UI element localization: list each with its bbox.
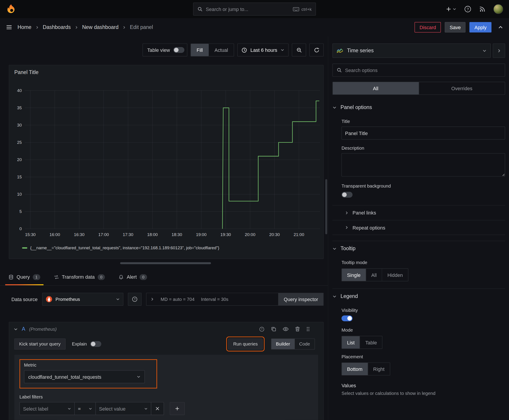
- panel-title-input[interactable]: [342, 127, 505, 140]
- legend-mode-table[interactable]: Table: [360, 336, 382, 349]
- tab-transform-count: 0: [98, 274, 105, 280]
- help-icon[interactable]: ?: [464, 6, 471, 13]
- legend-visibility-toggle[interactable]: [342, 315, 353, 321]
- visualization-picker[interactable]: Time series: [332, 44, 491, 58]
- panel-links-section[interactable]: Panel links: [332, 205, 505, 220]
- zoom-out-button[interactable]: [292, 44, 306, 57]
- legend-header[interactable]: Legend: [332, 289, 505, 304]
- operator-dropdown[interactable]: =: [74, 402, 96, 415]
- time-range-label: Last 6 hours: [251, 47, 277, 53]
- news-feed-icon[interactable]: [479, 6, 486, 12]
- select-value-dropdown[interactable]: Select value: [95, 402, 151, 415]
- search-shortcut: ctrl+k: [293, 7, 312, 12]
- label-filters-label: Label filters: [20, 394, 313, 399]
- chevron-right-icon[interactable]: [150, 297, 154, 301]
- tab-alert[interactable]: Alert 0: [115, 269, 150, 285]
- svg-text:20: 20: [17, 157, 22, 162]
- breadcrumb-dashboards[interactable]: Dashboards: [43, 24, 71, 30]
- transparent-background-toggle[interactable]: [342, 192, 353, 198]
- horizontal-scrollbar[interactable]: [120, 262, 211, 264]
- chevron-up-icon[interactable]: [498, 25, 503, 30]
- builder-option[interactable]: Builder: [271, 339, 295, 349]
- legend-item[interactable]: {__name__="cloudflared_tunnel_total_requ…: [22, 246, 219, 250]
- discard-button[interactable]: Discard: [415, 22, 441, 32]
- refresh-button[interactable]: [309, 44, 324, 57]
- vertical-scrollbar[interactable]: [325, 179, 327, 234]
- actual-option[interactable]: Actual: [209, 44, 234, 56]
- description-textarea[interactable]: [342, 153, 505, 177]
- new-menu-button[interactable]: [446, 7, 456, 12]
- tooltip-mode-group: Single All Hidden: [342, 268, 409, 281]
- search-input[interactable]: [206, 6, 289, 12]
- query-row-header[interactable]: A (Prometheus) ?: [9, 322, 323, 336]
- select-label-dropdown[interactable]: Select label: [20, 402, 75, 415]
- table-view-label: Table view: [147, 47, 170, 53]
- query-inspector-button[interactable]: Query inspector: [278, 293, 323, 305]
- metric-highlight-box: Metric cloudflared_tunnel_total_requests: [20, 359, 157, 388]
- chevron-down-icon: [281, 48, 284, 52]
- panel-view-toolbar: Table view Fill Actual Last 6 hours: [142, 44, 324, 57]
- legend-placement-right[interactable]: Right: [368, 363, 390, 375]
- drag-handle-icon[interactable]: [306, 326, 310, 332]
- tab-transform-data[interactable]: Transform data 0: [51, 269, 108, 285]
- breadcrumb-new-dashboard[interactable]: New dashboard: [82, 24, 119, 30]
- tooltip-mode-single[interactable]: Single: [342, 269, 366, 281]
- save-button[interactable]: Save: [445, 22, 466, 32]
- kick-start-button[interactable]: Kick start your query: [14, 338, 66, 350]
- user-avatar[interactable]: [494, 4, 503, 14]
- datasource-help-button[interactable]: ?: [128, 293, 142, 306]
- global-search[interactable]: ctrl+k: [193, 3, 316, 16]
- menu-icon[interactable]: [6, 24, 12, 30]
- apply-button[interactable]: Apply: [470, 22, 492, 32]
- chevron-right-icon: [345, 211, 349, 215]
- remove-filter-button[interactable]: [151, 402, 164, 415]
- explain-toggle[interactable]: [90, 341, 101, 347]
- svg-text:15:30: 15:30: [25, 232, 36, 237]
- options-search[interactable]: [332, 64, 505, 77]
- svg-text:5: 5: [19, 209, 22, 214]
- visualization-name: Time series: [347, 48, 374, 54]
- collapse-options-button[interactable]: [493, 44, 505, 58]
- table-view-toggle[interactable]: [173, 47, 184, 53]
- svg-text:?: ?: [467, 7, 469, 11]
- topbar-actions: ?: [446, 4, 503, 14]
- help-circle-icon[interactable]: ?: [259, 326, 265, 332]
- filter-tab-overrides[interactable]: Overrides: [418, 82, 505, 94]
- legend-mode-list[interactable]: List: [342, 336, 360, 349]
- repeat-options-section[interactable]: Repeat options: [332, 220, 505, 235]
- svg-text:40: 40: [17, 88, 22, 93]
- options-search-input[interactable]: [345, 67, 501, 73]
- tab-query[interactable]: Query 1: [5, 269, 43, 285]
- legend-placement-bottom[interactable]: Bottom: [342, 363, 368, 375]
- panel-options-header[interactable]: Panel options: [332, 100, 505, 115]
- eye-icon[interactable]: [283, 327, 289, 331]
- datasource-picker[interactable]: Prometheus: [42, 293, 123, 306]
- time-range-picker[interactable]: Last 6 hours: [237, 44, 289, 57]
- transform-icon: [54, 274, 59, 279]
- trash-icon[interactable]: [295, 326, 300, 332]
- visibility-label: Visibility: [342, 308, 505, 313]
- svg-text:18:30: 18:30: [171, 232, 182, 237]
- tooltip-header[interactable]: Tooltip: [332, 241, 505, 256]
- add-filter-button[interactable]: [170, 402, 185, 415]
- chevron-down-icon[interactable]: [14, 327, 18, 331]
- tooltip-mode-all[interactable]: All: [366, 269, 382, 281]
- refresh-icon: [314, 47, 319, 53]
- breadcrumb-home[interactable]: Home: [17, 24, 31, 30]
- filter-tab-all[interactable]: All: [333, 82, 419, 94]
- code-option[interactable]: Code: [295, 339, 315, 349]
- metric-select[interactable]: cloudflared_tunnel_total_requests: [24, 370, 145, 383]
- chevron-down-icon: [68, 407, 71, 410]
- svg-text:30: 30: [17, 123, 22, 128]
- grafana-logo-icon[interactable]: [6, 4, 17, 15]
- metric-value: cloudflared_tunnel_total_requests: [28, 374, 101, 380]
- run-queries-button[interactable]: Run queries: [228, 338, 263, 350]
- query-options-md: MD = auto = 704: [161, 297, 195, 302]
- tooltip-heading: Tooltip: [341, 246, 356, 252]
- fill-option[interactable]: Fill: [191, 44, 209, 56]
- tooltip-mode-hidden[interactable]: Hidden: [382, 269, 408, 281]
- chevron-down-icon: [482, 48, 486, 53]
- svg-text:10: 10: [17, 192, 22, 196]
- datasource-row: Data source Prometheus ? MD = auto: [11, 293, 324, 306]
- duplicate-icon[interactable]: [271, 326, 276, 332]
